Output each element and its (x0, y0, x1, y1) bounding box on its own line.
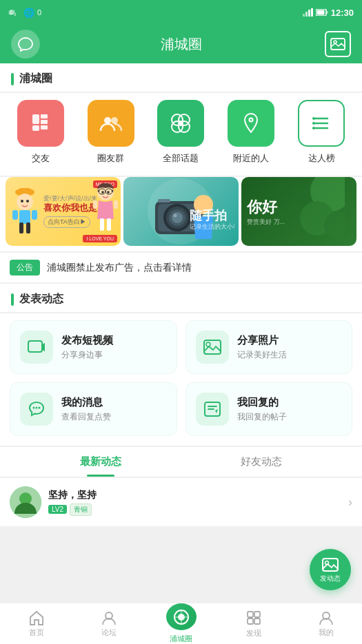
main-content: 浦城圈 交友 (0, 63, 362, 603)
icon-item-topics[interactable]: 全部话题 (157, 100, 204, 165)
notice-tag: 公告 (10, 260, 40, 276)
svg-rect-70 (204, 340, 221, 354)
svg-point-72 (33, 407, 35, 409)
message-action-info: 我的消息 查看回复点赞 (61, 396, 111, 423)
icon-item-social[interactable]: 交友 (17, 100, 64, 165)
svg-rect-50 (114, 200, 118, 209)
nearby-icon-box (228, 100, 274, 147)
banner-1[interactable]: 爱/要/大/声/说/出/来 喜欢你我也是 点向TA告白▶ ME TOO I LO… (6, 177, 121, 246)
svg-point-73 (36, 407, 38, 409)
svg-rect-40 (32, 210, 37, 220)
svg-rect-52 (107, 218, 111, 231)
home-icon (28, 610, 45, 625)
post-action-message[interactable]: 我的消息 查看回复点赞 (10, 382, 177, 436)
post-section-header: 发表动态 (0, 284, 362, 312)
icon-item-group[interactable]: 圈友群 (88, 100, 134, 165)
svg-point-59 (172, 212, 183, 223)
nav-forum[interactable]: 论坛 (72, 603, 145, 644)
nav-home-label: 首页 (29, 627, 44, 638)
banner-2[interactable]: 随手拍 记录生活的大小事 (123, 177, 239, 246)
svg-point-28 (312, 117, 315, 120)
fab-post-button[interactable]: 发动态 (310, 549, 351, 590)
svg-point-34 (21, 200, 23, 202)
svg-rect-39 (12, 210, 18, 220)
social-icon-box (17, 100, 64, 147)
banner1-cta[interactable]: 点向TA告白▶ (43, 216, 90, 228)
svg-rect-78 (323, 559, 338, 571)
post-section-title: 发表动态 (19, 292, 63, 307)
icon-item-nearby[interactable]: 附近的人 (228, 100, 274, 165)
title-badge: 青铜 (70, 503, 92, 516)
svg-rect-49 (93, 200, 97, 209)
photo-action-info: 分享照片 记录美好生活 (237, 334, 287, 361)
video-action-info: 发布短视频 分享身边事 (61, 334, 113, 361)
svg-rect-86 (254, 612, 260, 617)
svg-rect-7 (316, 10, 324, 15)
notice-bar[interactable]: 公告 浦城圈禁止发布广告，点击看详情 (0, 253, 362, 282)
svg-rect-5 (311, 8, 313, 17)
status-left-label: 0 (37, 8, 41, 17)
svg-point-45 (107, 191, 110, 194)
icon-item-ranking[interactable]: 达人榜 (298, 100, 345, 165)
post-action-grid: 发布短视频 分享身边事 分享照片 记录美好生活 (0, 313, 362, 446)
svg-rect-36 (19, 210, 30, 224)
user-name: 坚持，坚持 (48, 489, 97, 501)
post-action-photo[interactable]: 分享照片 记录美好生活 (185, 320, 353, 374)
mine-icon (318, 610, 334, 625)
svg-point-44 (101, 191, 104, 194)
ranking-icon-label: 达人榜 (308, 152, 335, 165)
feed-tabs: 最新动态 好友动态 (0, 447, 362, 477)
user-post-preview[interactable]: 坚持，坚持 LV2 青铜 › (0, 477, 362, 526)
tab-latest[interactable]: 最新动态 (21, 447, 181, 477)
svg-rect-2 (303, 14, 305, 17)
discover-icon (245, 610, 262, 626)
svg-rect-69 (28, 341, 42, 352)
nav-circle[interactable]: 浦城圈 (145, 603, 217, 644)
status-left: 乌 🌐 0 (8, 8, 41, 18)
nav-discover[interactable]: 发现 (217, 603, 290, 644)
svg-rect-51 (100, 218, 104, 231)
page-title: 浦城圈 (161, 35, 202, 54)
svg-point-29 (312, 122, 315, 125)
nav-circle-label: 浦城圈 (170, 634, 192, 644)
svg-text:记录生活的大小事: 记录生活的大小事 (190, 223, 234, 230)
banner1-sub: 爱/要/大/声/说/出/来 (43, 195, 97, 203)
svg-rect-37 (19, 222, 23, 233)
tab-friends[interactable]: 好友动态 (181, 447, 342, 477)
user-info: 坚持，坚持 LV2 青铜 (48, 489, 97, 516)
image-icon-button[interactable] (325, 31, 351, 57)
banner-strip: 爱/要/大/声/说/出/来 喜欢你我也是 点向TA告白▶ ME TOO I LO… (0, 177, 362, 251)
message-action-title: 我的消息 (61, 396, 111, 409)
svg-point-35 (26, 200, 29, 202)
nav-home[interactable]: 首页 (0, 603, 72, 644)
pucheng-section-header: 浦城圈 (0, 63, 362, 92)
svg-point-60 (174, 214, 177, 218)
status-right: 12:30 (303, 8, 354, 18)
user-badges: LV2 青铜 (48, 503, 97, 516)
svg-rect-38 (26, 222, 30, 233)
message-icon-box (20, 393, 53, 426)
pucheng-section-title: 浦城圈 (19, 72, 52, 86)
post-action-reply[interactable]: 我回复的 我回复的帖子 (185, 382, 353, 436)
svg-rect-62 (158, 199, 170, 202)
photo-icon-box (196, 331, 229, 364)
post-action-video[interactable]: 发布短视频 分享身边事 (10, 320, 177, 374)
banner-3[interactable]: 你好 赞赏美好 万... (241, 177, 356, 246)
reply-icon-box (196, 393, 229, 426)
post-row-arrow[interactable]: › (348, 495, 352, 510)
svg-rect-12 (41, 114, 48, 118)
photo-action-sub: 记录美好生活 (237, 349, 287, 361)
svg-text:乌: 乌 (9, 9, 16, 17)
banner1-main: 喜欢你我也是 (43, 202, 97, 214)
svg-rect-85 (248, 612, 253, 617)
photo-action-title: 分享照片 (237, 334, 287, 347)
topics-icon-box (157, 100, 204, 147)
svg-rect-3 (305, 12, 308, 17)
chat-icon-button[interactable] (11, 30, 40, 59)
message-action-sub: 查看回复点赞 (61, 411, 111, 423)
video-icon-box (20, 331, 53, 364)
post-section-bar (11, 293, 14, 306)
svg-rect-13 (41, 120, 48, 124)
svg-rect-15 (32, 125, 39, 131)
nav-mine[interactable]: 我的 (290, 603, 362, 644)
